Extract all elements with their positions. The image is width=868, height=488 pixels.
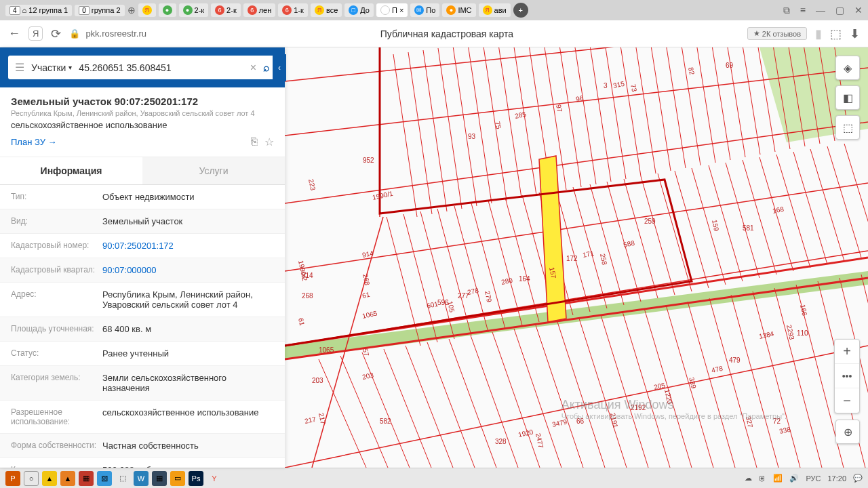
new-tab-icon[interactable]: ⊕ <box>127 5 136 16</box>
lock-icon: 🔒 <box>69 28 80 39</box>
info-row: Вид:Земельный участок <box>0 209 285 234</box>
browser-tab[interactable]: 6лен <box>243 3 276 17</box>
taskbar-app[interactable]: ○ <box>24 471 39 486</box>
tab-info[interactable]: Информация <box>0 157 142 184</box>
zoom-out-button[interactable]: − <box>835 388 859 413</box>
add-tab-button[interactable]: + <box>513 3 528 18</box>
tray-language[interactable]: РУС <box>806 474 821 483</box>
tray-wifi-icon[interactable]: 📶 <box>773 474 783 483</box>
info-list[interactable]: Тип:Объект недвижимостиВид:Земельный уча… <box>0 185 285 468</box>
svg-line-42 <box>454 206 488 332</box>
taskbar-app[interactable]: Y <box>207 471 222 486</box>
taskbar-app[interactable]: W <box>134 471 149 486</box>
svg-text:57: 57 <box>361 348 370 357</box>
system-tray[interactable]: ☁ ⛨ 📶 🔊 РУС 17:20 💬 <box>745 474 863 483</box>
info-label: Вид: <box>11 216 102 226</box>
taskbar-app[interactable]: ▦ <box>79 471 94 486</box>
browser-tab-active[interactable]: ▦П × <box>376 3 408 17</box>
tab-group-1[interactable]: 4 ⌂ 12 группа 1 <box>5 5 72 16</box>
tray-onedrive-icon[interactable]: ☁ <box>745 474 752 483</box>
download-icon[interactable]: ⬇ <box>850 26 860 41</box>
locate-button[interactable]: ⊕ <box>835 420 860 444</box>
browser-tab[interactable]: Явсе <box>311 3 342 17</box>
search-icon[interactable]: ⌕ <box>263 62 270 74</box>
tab-services[interactable]: Услуги <box>142 157 285 184</box>
measure-button[interactable]: ⬚ <box>835 115 860 140</box>
close-icon[interactable]: ✕ <box>854 5 863 16</box>
yandex-home-icon[interactable]: Я <box>28 26 43 41</box>
selected-parcel[interactable] <box>539 156 566 322</box>
tray-notifications-icon[interactable]: 💬 <box>853 474 863 483</box>
map-tools: ◈ ◧ ⬚ <box>835 56 860 140</box>
copy-icon[interactable]: ⧉ <box>783 5 790 16</box>
menu-icon[interactable]: ≡ <box>800 5 806 16</box>
info-row: Тип:Объект недвижимости <box>0 185 285 209</box>
minimize-icon[interactable]: — <box>816 5 825 16</box>
svg-text:952: 952 <box>363 157 374 164</box>
info-value[interactable]: 90:07:000000 <box>102 265 274 275</box>
taskbar-app[interactable]: ▲ <box>60 471 75 486</box>
sidebar-panel: ☰ Участки ▾ × ⌕ ‹ Земельный участок 90:0… <box>0 47 285 468</box>
extensions-icon[interactable]: ⬚ <box>830 26 842 41</box>
svg-line-10 <box>423 50 447 211</box>
tray-clock[interactable]: 17:20 <box>827 474 846 483</box>
bookmark-icon[interactable]: ▮ <box>815 26 822 41</box>
info-row: Категория земель:Земли сельскохозяйствен… <box>0 366 285 401</box>
browser-tab[interactable]: 62-к <box>211 3 241 17</box>
share-icon[interactable]: ⎘ <box>251 136 258 148</box>
reviews-badge[interactable]: ★ 2К отзывов <box>747 27 807 40</box>
tab-group-2[interactable]: 0 группа 2 <box>75 5 124 16</box>
svg-text:259: 259 <box>644 218 656 225</box>
browser-tab[interactable]: 61-к <box>278 3 308 17</box>
collapse-sidebar-button[interactable]: ‹ <box>273 54 286 81</box>
svg-text:69: 69 <box>726 62 734 69</box>
erase-button[interactable]: ◧ <box>835 85 860 110</box>
browser-tab[interactable]: ●2-к <box>179 3 209 17</box>
browser-tab[interactable]: Яави <box>479 3 511 17</box>
taskbar-app[interactable]: Ps <box>189 471 203 486</box>
map-canvas[interactable]: 2239521990/11990/29149142682686161106510… <box>285 47 868 468</box>
taskbar[interactable]: P ○ ▲ ▲ ▦ ▧ ⬚ W ▦ ▭ Ps Y ☁ ⛨ 📶 🔊 РУС 17:… <box>0 468 868 488</box>
taskbar-app[interactable]: ⬚ <box>115 471 130 486</box>
svg-text:203: 203 <box>312 377 323 384</box>
plan-link[interactable]: План ЗУ → <box>11 137 57 147</box>
hamburger-icon[interactable]: ☰ <box>15 61 24 74</box>
svg-line-63 <box>810 149 844 261</box>
browser-tab[interactable]: □До <box>344 3 374 17</box>
back-button[interactable]: ← <box>8 26 20 41</box>
taskbar-app[interactable]: ▲ <box>42 471 57 486</box>
taskbar-app[interactable]: ▭ <box>170 471 185 486</box>
browser-tab[interactable]: ●IMC <box>442 3 475 17</box>
svg-text:61: 61 <box>361 291 371 300</box>
svg-text:315: 315 <box>612 80 625 89</box>
reload-button[interactable]: ⟳ <box>51 26 61 41</box>
info-label: Кадастровая стоимость: <box>11 465 102 468</box>
svg-line-72 <box>449 339 496 468</box>
svg-text:168: 168 <box>772 205 785 215</box>
maximize-icon[interactable]: ▢ <box>835 5 844 16</box>
clear-icon[interactable]: × <box>250 62 256 74</box>
browser-tab[interactable]: ● <box>159 3 176 17</box>
url-field[interactable]: 🔒 pkk.rosreestr.ru Публичная кадастровая… <box>69 27 807 40</box>
layers-button[interactable]: ◈ <box>835 56 860 80</box>
taskbar-app[interactable]: ▧ <box>97 471 112 486</box>
browser-tab[interactable]: ✉По <box>410 3 439 17</box>
tray-volume-icon[interactable]: 🔊 <box>789 474 799 483</box>
favorite-icon[interactable]: ☆ <box>264 136 274 148</box>
info-row: Адрес:Республика Крым, Ленинский район, … <box>0 283 285 317</box>
svg-line-60 <box>760 157 793 271</box>
info-value: Земли сельскохозяйственного назначения <box>102 373 274 393</box>
zoom-in-button[interactable]: + <box>835 340 859 364</box>
taskbar-app[interactable]: P <box>5 471 20 486</box>
zoom-reset-button[interactable]: ••• <box>835 364 859 388</box>
info-value: Объект недвижимости <box>102 192 274 202</box>
browser-tab[interactable]: Я <box>138 3 156 17</box>
taskbar-app[interactable]: ▦ <box>152 471 167 486</box>
svg-text:217: 217 <box>304 415 317 425</box>
search-type-dropdown[interactable]: Участки ▾ <box>31 62 72 73</box>
svg-line-21 <box>587 47 611 182</box>
svg-line-58 <box>726 163 760 278</box>
info-value[interactable]: 90:07:250201:172 <box>102 241 274 251</box>
search-input[interactable] <box>79 62 243 73</box>
tray-shield-icon[interactable]: ⛨ <box>759 474 766 483</box>
